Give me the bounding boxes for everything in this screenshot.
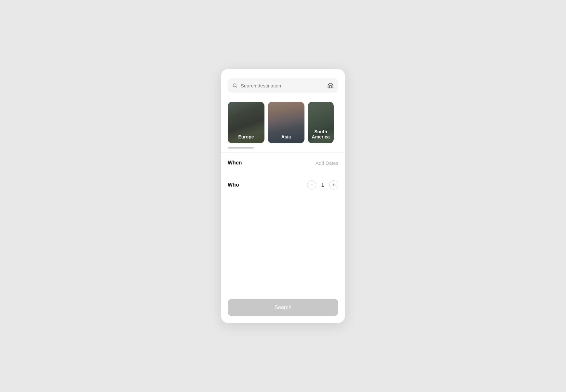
bottom-sheet: When Add Dates Who − 1 + Search (221, 152, 345, 323)
destination-label-europe: Europe (228, 134, 264, 139)
destination-label-asia: Asia (268, 134, 304, 139)
destination-card-asia[interactable]: Asia (268, 102, 304, 143)
destination-card-south-america[interactable]: South America (308, 102, 334, 143)
search-icon (232, 83, 237, 88)
search-bar[interactable] (228, 78, 338, 93)
decrement-button[interactable]: − (307, 180, 316, 189)
svg-line-1 (236, 86, 237, 87)
search-input[interactable] (241, 83, 324, 88)
add-dates-button[interactable]: Add Dates (316, 160, 338, 166)
spacer (228, 197, 338, 299)
app-card: Europe Asia South America When Add Dates… (221, 69, 345, 323)
who-label: Who (228, 182, 239, 188)
destination-card-europe[interactable]: Europe (228, 102, 264, 143)
guest-stepper: − 1 + (307, 180, 338, 189)
increment-button[interactable]: + (329, 180, 338, 189)
guest-count: 1 (321, 182, 325, 188)
when-row[interactable]: When Add Dates (228, 153, 338, 173)
search-button[interactable]: Search (228, 299, 338, 316)
search-bar-section (221, 69, 345, 98)
scroll-indicator (221, 143, 345, 149)
who-row: Who − 1 + (228, 173, 338, 197)
destination-label-south-america: South America (308, 129, 334, 139)
home-icon[interactable] (327, 82, 334, 89)
scroll-bar (228, 147, 254, 149)
when-label: When (228, 160, 242, 166)
destinations-row: Europe Asia South America (221, 98, 345, 143)
